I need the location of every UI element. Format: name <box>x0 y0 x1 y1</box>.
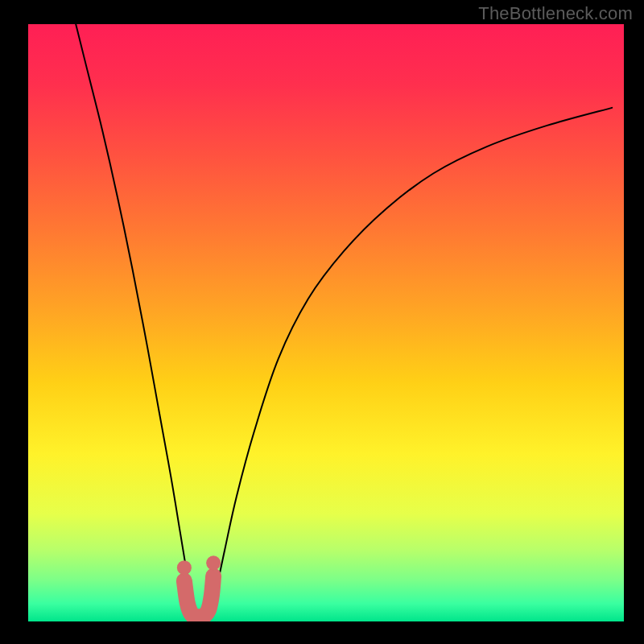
valley-marker-dot-right <box>206 555 221 570</box>
watermark-text: TheBottleneck.com <box>478 3 633 24</box>
bottleneck-chart <box>0 0 644 644</box>
valley-marker-dot-left <box>177 560 192 575</box>
gradient-background <box>28 24 624 621</box>
chart-frame: TheBottleneck.com <box>0 0 644 644</box>
